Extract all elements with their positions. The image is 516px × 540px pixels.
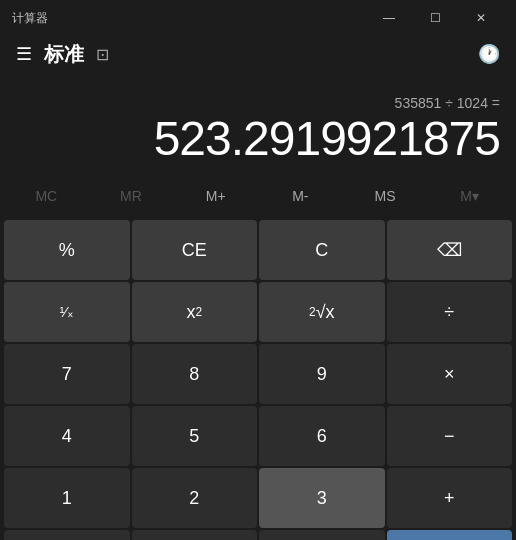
app-name: 计算器 [12,10,48,27]
button-add[interactable]: + [387,468,513,528]
button-9[interactable]: 9 [259,344,385,404]
memory-mminus-button[interactable]: M- [258,174,343,218]
close-button[interactable]: ✕ [458,2,504,34]
maximize-button[interactable]: ☐ [412,2,458,34]
button-clear[interactable]: C [259,220,385,280]
window-controls: — ☐ ✕ [366,2,504,34]
button-2[interactable]: 2 [132,468,258,528]
button-equals[interactable]: = [387,530,513,540]
memory-mr-button: MR [89,174,174,218]
memory-mplus-button[interactable]: M+ [173,174,258,218]
button-backspace[interactable]: ⌫ [387,220,513,280]
memory-ms-button[interactable]: MS [343,174,428,218]
button-ce[interactable]: CE [132,220,258,280]
button-square[interactable]: x2 [132,282,258,342]
button-reciprocal[interactable]: ¹∕ₓ [4,282,130,342]
expression: 535851 ÷ 1024 = [395,95,500,111]
button-subtract[interactable]: − [387,406,513,466]
pin-icon[interactable]: ⊡ [96,45,109,64]
button-8[interactable]: 8 [132,344,258,404]
title-bar: 计算器 — ☐ ✕ [0,0,516,32]
header-left: ☰ 标准 ⊡ [16,41,109,68]
display-area: 535851 ÷ 1024 = 523.2919921875 [0,76,516,166]
main-display: 523.2919921875 [154,113,500,166]
memory-mview-button: M▾ [427,174,512,218]
button-4[interactable]: 4 [4,406,130,466]
buttons-grid: %CEC⌫¹∕ₓx22√x÷789×456−123++/-0.= [0,218,516,540]
button-percent[interactable]: % [4,220,130,280]
hamburger-icon[interactable]: ☰ [16,43,32,65]
history-icon[interactable]: 🕐 [478,43,500,65]
minimize-button[interactable]: — [366,2,412,34]
button-6[interactable]: 6 [259,406,385,466]
header: ☰ 标准 ⊡ 🕐 [0,32,516,76]
memory-row: MCMRM+M-MSM▾ [4,174,512,218]
button-3[interactable]: 3 [259,468,385,528]
button-7[interactable]: 7 [4,344,130,404]
button-multiply[interactable]: × [387,344,513,404]
button-sqrt[interactable]: 2√x [259,282,385,342]
mode-title: 标准 [44,41,84,68]
button-negate[interactable]: +/- [4,530,130,540]
button-1[interactable]: 1 [4,468,130,528]
button-decimal[interactable]: . [259,530,385,540]
button-divide[interactable]: ÷ [387,282,513,342]
button-0[interactable]: 0 [132,530,258,540]
memory-mc-button: MC [4,174,89,218]
button-5[interactable]: 5 [132,406,258,466]
